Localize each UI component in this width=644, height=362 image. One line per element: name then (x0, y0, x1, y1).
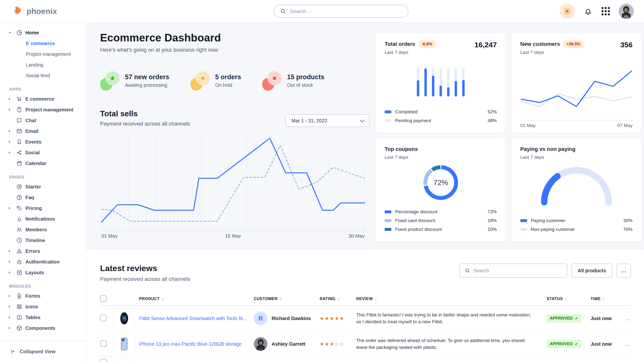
row-menu-button[interactable]: ... (625, 316, 630, 321)
user-avatar[interactable] (618, 4, 634, 19)
sidebar-item-authentication[interactable]: Authentication (9, 256, 82, 267)
sidebar-item-calendar[interactable]: Calendar (9, 158, 82, 169)
sidebar-item-events[interactable]: Events (9, 137, 82, 147)
grid-icon (16, 304, 22, 310)
review-time: Just now (590, 341, 612, 347)
sidebar-item-chat[interactable]: Chat (9, 115, 82, 126)
chevron-right-icon (9, 130, 13, 132)
customer-cell[interactable]: R Richard Dawkins (254, 312, 320, 325)
sidebar-item-e-commerce[interactable]: E commerce (9, 94, 82, 104)
sidebar-item-tables[interactable]: Tables (9, 312, 82, 323)
sidebar-item-components[interactable]: Components (9, 323, 82, 334)
sidebar-item-landing[interactable]: Landing (9, 59, 82, 70)
sidebar-item-starter[interactable]: Starter (9, 181, 82, 192)
sidebar-item-icons[interactable]: Icons (9, 301, 82, 312)
trend-badge: +26.5% (564, 41, 584, 47)
check-icon: ✓ (575, 342, 578, 346)
chevron-down-icon (9, 32, 13, 34)
pause-icon (196, 71, 210, 85)
search-icon (465, 268, 470, 273)
sidebar-item-project-management[interactable]: Project management (9, 104, 82, 115)
sidebar-item-e-commerce[interactable]: E commerce (9, 38, 82, 49)
sidebar-item-social-feed[interactable]: Social feed (9, 70, 82, 81)
sidebar-item-members[interactable]: Members (9, 224, 82, 235)
sort-icon (602, 297, 605, 301)
column-header-status[interactable]: STATUS (547, 297, 590, 301)
sidebar-item-home[interactable]: Home (9, 27, 82, 38)
sidebar-item-layouts[interactable]: Layouts (9, 267, 82, 278)
brand-logo[interactable]: phoenix (13, 0, 57, 22)
reviews-search[interactable] (459, 264, 567, 278)
sort-icon (337, 297, 340, 301)
collapse-sidebar-button[interactable]: Collapsed View (0, 341, 86, 362)
row-checkbox[interactable] (100, 340, 107, 347)
sidebar-item-forms[interactable]: Forms (9, 291, 82, 301)
sidebar-item-errors[interactable]: Errors (9, 246, 82, 256)
dashboard-hero: Ecommerce Dashboard Here's what's going … (86, 22, 644, 249)
column-header-rating[interactable]: RATING (320, 297, 356, 301)
paying-gauge-chart (540, 166, 613, 205)
chevron-down-icon (360, 118, 364, 122)
table-icon (16, 314, 22, 321)
donut-center-value: 72% (420, 162, 461, 203)
bell-icon (16, 216, 22, 222)
stat-5-orders: 5 ordersOn hold (190, 71, 241, 91)
chevron-right-icon (9, 305, 13, 308)
check-icon: ✓ (575, 316, 578, 321)
chevron-right-icon (9, 151, 13, 154)
sort-icon (564, 297, 567, 301)
row-checkbox[interactable] (100, 315, 107, 321)
paying-legend: Paying customer30%Non-paying customer70% (520, 216, 632, 234)
product-link[interactable]: iPhone 13 pro max-Pacific Blue-128GB sto… (139, 341, 242, 347)
calendar-icon (16, 160, 22, 167)
review-time: Just now (590, 316, 612, 321)
chat-icon (16, 117, 22, 124)
paying-vs-nonpaying-card: Paying vs non paying Last 7 days Paying … (512, 138, 641, 242)
product-link[interactable]: Fitbit Sense Advanced Smartwatch with To… (139, 316, 247, 321)
sidebar-item-faq[interactable]: Faq (9, 192, 82, 203)
legend-swatch (384, 119, 392, 122)
app-launcher-button[interactable] (602, 7, 610, 15)
warning-icon (16, 248, 22, 254)
notifications-button[interactable] (584, 6, 593, 16)
orders-bar-chart (384, 68, 497, 97)
reviews-search-input[interactable] (473, 268, 562, 274)
share-icon (16, 150, 22, 156)
date-range-select[interactable]: Mar 1 - 31, 2022 (286, 114, 370, 127)
help-icon (16, 194, 22, 201)
legend-swatch (384, 110, 392, 113)
column-header-customer[interactable]: CUSTOMER (254, 297, 320, 301)
file-text-icon (16, 293, 22, 299)
column-header-time[interactable]: TIME (590, 297, 618, 301)
total-sells-title: Total sells (100, 109, 190, 118)
search-icon (280, 8, 286, 14)
row-menu-button[interactable]: ... (625, 341, 630, 347)
column-header-product[interactable]: PRODUCT (139, 297, 254, 301)
phoenix-logo-icon (13, 6, 24, 16)
column-header-review[interactable]: REVIEW (356, 297, 547, 301)
customer-cell[interactable]: Ashley Garrett (254, 337, 320, 351)
sidebar-item-email[interactable]: Email (9, 126, 82, 137)
global-search[interactable] (274, 5, 408, 18)
select-all-checkbox[interactable] (100, 295, 107, 302)
users-icon (16, 226, 22, 233)
global-search-input[interactable] (290, 8, 402, 14)
sidebar-item-timeline[interactable]: Timeline (9, 235, 82, 246)
row-checkbox[interactable] (100, 359, 107, 362)
reviews-more-button[interactable]: ... (616, 264, 631, 278)
top-navbar: phoenix (0, 0, 644, 23)
shopping-cart-icon (16, 96, 22, 102)
all-products-button[interactable]: All products (571, 264, 612, 278)
status-badge: APPROVED✓ (547, 314, 581, 323)
sidebar-item-social[interactable]: Social (9, 147, 82, 158)
card-title: Total orders (384, 41, 415, 47)
app-root: phoenix Home (0, 0, 644, 362)
sidebar-item-notifications[interactable]: Notifications (9, 213, 82, 224)
bookmark-icon (16, 139, 22, 145)
theme-toggle-button[interactable] (560, 4, 575, 19)
sidebar-item-project-management[interactable]: Project management (9, 49, 82, 59)
card-value: 16,247 (474, 41, 497, 49)
legend-item-completed: Completed52% (384, 108, 497, 116)
chevron-right-icon (9, 98, 13, 100)
sidebar-item-pricing[interactable]: Pricing (9, 203, 82, 213)
